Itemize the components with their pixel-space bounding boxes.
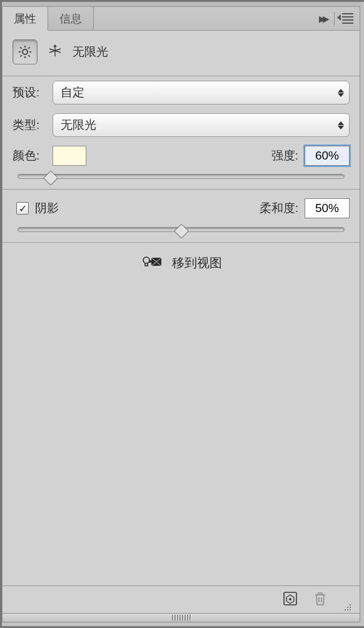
- svg-line-7: [21, 55, 22, 56]
- preset-select[interactable]: 自定: [53, 81, 350, 104]
- panel-footer: [3, 585, 360, 613]
- tab-properties-label: 属性: [14, 11, 36, 26]
- panel-menu-icon[interactable]: [342, 13, 353, 24]
- svg-point-9: [143, 257, 149, 263]
- separator: [334, 12, 335, 26]
- collapse-icon[interactable]: ▶▶: [319, 14, 326, 24]
- header-area: 无限光: [3, 31, 360, 76]
- preset-row: 预设: 自定: [3, 76, 360, 109]
- tab-header-controls: ▶▶: [319, 7, 360, 30]
- resize-grip-icon[interactable]: [342, 602, 351, 610]
- intensity-slider-wrap: [3, 170, 360, 189]
- type-row: 类型: 无限光: [3, 109, 360, 141]
- select-arrows-icon: [338, 121, 344, 129]
- light-type-button[interactable]: [13, 39, 38, 64]
- move-3d-icon[interactable]: [48, 43, 63, 61]
- bottom-drag-strip[interactable]: [3, 613, 360, 622]
- color-intensity-row: 颜色: 强度: 60%: [3, 141, 360, 170]
- tab-info[interactable]: 信息: [48, 7, 94, 30]
- delete-button[interactable]: [312, 590, 328, 609]
- softness-value: 50%: [315, 201, 339, 215]
- color-label: 颜色:: [13, 148, 46, 164]
- preset-label: 预设:: [13, 84, 46, 101]
- svg-line-6: [28, 55, 29, 56]
- properties-panel: 属性 信息 ▶▶ 无限光: [2, 6, 360, 622]
- intensity-input[interactable]: 60%: [305, 146, 350, 166]
- move-to-view-icon: [141, 254, 163, 271]
- light-settings-section: 预设: 自定 类型: 无限光 颜色: 强度: 60%: [3, 76, 360, 190]
- shadow-section: ✓ 阴影 柔和度: 50%: [3, 190, 360, 243]
- intensity-slider[interactable]: [18, 174, 345, 179]
- shadow-row: ✓ 阴影 柔和度: 50%: [3, 190, 360, 223]
- select-arrows-icon: [338, 89, 344, 97]
- softness-slider[interactable]: [18, 227, 345, 232]
- svg-point-0: [23, 49, 28, 54]
- top-drag-strip[interactable]: [2, 2, 361, 6]
- color-swatch[interactable]: [53, 146, 86, 166]
- render-settings-button[interactable]: [282, 590, 298, 609]
- svg-line-8: [28, 48, 29, 49]
- move-to-view-label: 移到视图: [172, 255, 222, 271]
- shadow-label: 阴影: [35, 200, 59, 216]
- intensity-value: 60%: [315, 149, 339, 163]
- softness-slider-wrap: [3, 223, 360, 242]
- type-label: 类型:: [13, 117, 46, 133]
- tabs-bar: 属性 信息 ▶▶: [3, 7, 360, 31]
- tab-info-label: 信息: [59, 11, 82, 26]
- grip-icon: [172, 615, 191, 620]
- svg-point-12: [289, 598, 291, 600]
- preset-value: 自定: [61, 84, 84, 101]
- tab-properties[interactable]: 属性: [3, 7, 48, 31]
- shadow-checkbox[interactable]: ✓: [16, 202, 29, 215]
- softness-slider-thumb[interactable]: [173, 224, 188, 239]
- softness-label: 柔和度:: [260, 200, 298, 216]
- type-select[interactable]: 无限光: [53, 113, 350, 137]
- type-value: 无限光: [61, 117, 96, 133]
- intensity-slider-thumb[interactable]: [43, 171, 58, 186]
- svg-line-5: [21, 48, 22, 49]
- sun-icon: [18, 44, 33, 59]
- move-to-view-row[interactable]: 移到视图: [3, 243, 360, 283]
- panel-frame: 属性 信息 ▶▶ 无限光: [0, 0, 364, 628]
- softness-input[interactable]: 50%: [305, 198, 350, 218]
- light-title: 无限光: [73, 44, 108, 60]
- intensity-label: 强度:: [271, 148, 298, 164]
